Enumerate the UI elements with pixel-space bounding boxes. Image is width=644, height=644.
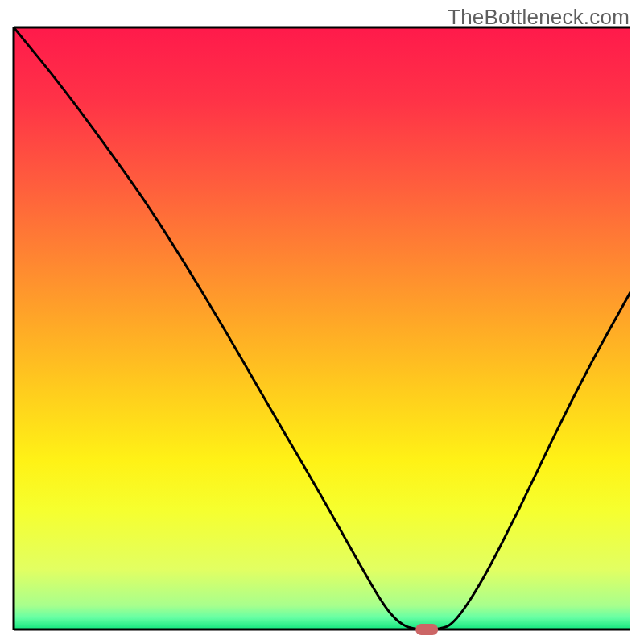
watermark-label: TheBottleneck.com xyxy=(448,5,630,30)
gradient-background xyxy=(14,27,630,630)
bottleneck-curve-chart xyxy=(0,0,644,644)
optimal-marker xyxy=(415,624,438,635)
plot-area xyxy=(14,27,630,630)
plot-container: TheBottleneck.com xyxy=(0,0,644,644)
